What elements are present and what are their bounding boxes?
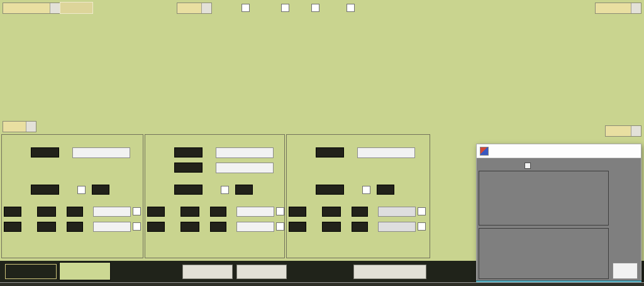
chevron-down-icon — [265, 207, 274, 216]
high-xover-freq[interactable] — [316, 147, 344, 157]
low-eq1-freq[interactable] — [4, 207, 21, 217]
minimize-button[interactable] — [592, 146, 606, 156]
low-eq2-type-select[interactable] — [93, 222, 131, 232]
transfert-to-dsp-button[interactable] — [353, 265, 426, 279]
mid-eq2-type-value — [237, 222, 265, 231]
high-eq1-freq — [289, 207, 306, 217]
mid-eq2-freq[interactable] — [147, 222, 165, 232]
mid-gain[interactable] — [174, 185, 203, 195]
phase-checkbox[interactable] — [311, 4, 319, 12]
low-eq1-q[interactable] — [37, 207, 56, 217]
mid-gain-spinner[interactable] — [203, 185, 211, 196]
mid-eq2-q[interactable] — [180, 222, 199, 232]
low-xover-freq[interactable] — [31, 147, 59, 157]
unwrap-checkbox[interactable] — [347, 4, 355, 12]
high-eq2-enable-checkbox[interactable] — [418, 222, 426, 231]
mid-eq2-enable-checkbox[interactable] — [276, 222, 284, 231]
high-xover-freq-spinner[interactable] — [344, 147, 352, 159]
mid-eq1-type-value — [237, 207, 265, 216]
chevron-down-icon[interactable] — [631, 3, 641, 13]
low-eq2-q-spinner[interactable] — [56, 222, 64, 233]
mid-eq2-boost[interactable] — [210, 222, 226, 232]
low-delay-spinner[interactable] — [109, 185, 118, 196]
low-eq2-boost[interactable] — [67, 222, 83, 232]
chevron-down-icon[interactable] — [631, 126, 641, 136]
high-gain-spinner[interactable] — [344, 185, 352, 196]
low-inv-checkbox[interactable] — [77, 186, 86, 194]
canal-r-tab[interactable] — [59, 262, 111, 280]
low-xover-type-select[interactable] — [72, 147, 130, 158]
filtres-global-checkbox[interactable] — [525, 163, 531, 169]
low-gain-spinner[interactable] — [59, 185, 67, 196]
low-eq2-boost-spinner[interactable] — [83, 222, 91, 233]
high-delay-spinner[interactable] — [394, 185, 402, 196]
low-eq1-enable-checkbox[interactable] — [133, 207, 141, 215]
low-xover-type-value — [73, 148, 121, 157]
lr-checkbox[interactable] — [242, 4, 250, 12]
low-eq1-q-spinner[interactable] — [56, 207, 64, 218]
low-eq2-q[interactable] — [37, 222, 56, 232]
copy-r-to-l-button[interactable] — [236, 265, 287, 279]
mid-eq1-enable-checkbox[interactable] — [276, 207, 284, 215]
mid-eq2-type-select[interactable] — [236, 222, 274, 232]
low-eq1-type-select[interactable] — [93, 207, 131, 217]
chevron-down-icon[interactable] — [26, 122, 36, 132]
chevron-down-icon[interactable] — [201, 3, 211, 13]
mid-xover2-type-select[interactable] — [216, 163, 274, 173]
high-delay[interactable] — [377, 185, 394, 195]
freq-max-select[interactable] — [605, 125, 641, 137]
high-eq2-type-value — [379, 222, 406, 231]
mid-delay[interactable] — [235, 185, 253, 195]
mid-delay-spinner[interactable] — [253, 185, 261, 196]
copy-l-to-r-button[interactable] — [182, 265, 233, 279]
chevron-down-icon — [264, 163, 273, 173]
window-titlebar[interactable] — [477, 144, 641, 158]
high-inv-checkbox[interactable] — [362, 186, 370, 194]
lissage-value — [177, 3, 201, 13]
chevron-down-icon — [264, 148, 273, 157]
mid-eq1-q[interactable] — [180, 207, 199, 217]
mid-eq1-boost-spinner[interactable] — [226, 207, 235, 218]
mid-eq1-q-spinner[interactable] — [199, 207, 208, 218]
mid-eq2-q-spinner[interactable] — [199, 222, 208, 233]
low-eq1-boost-spinner[interactable] — [83, 207, 91, 218]
mid-eq2-boost-spinner[interactable] — [226, 222, 235, 233]
frequency-response-chart — [0, 15, 644, 141]
mid-eq1-type-select[interactable] — [236, 207, 274, 217]
mid-xover1-type-select[interactable] — [216, 147, 274, 158]
mid-inv-checkbox[interactable] — [221, 186, 229, 194]
mid-xover2-freq-spinner[interactable] — [203, 163, 211, 174]
phase-range-select[interactable] — [595, 3, 641, 14]
high-eq1-enable-checkbox[interactable] — [418, 207, 426, 215]
spl-checkbox[interactable] — [281, 4, 289, 12]
tous-off-button[interactable] — [613, 263, 638, 279]
chevron-down-icon[interactable] — [50, 3, 60, 13]
low-panel — [1, 134, 143, 258]
low-eq1-boost[interactable] — [67, 207, 83, 217]
low-delay[interactable] — [92, 185, 109, 195]
courbes-button[interactable] — [60, 2, 93, 14]
mid-xover1-freq-spinner[interactable] — [203, 147, 211, 159]
low-eq2-freq[interactable] — [4, 222, 21, 232]
high-xover-type-select[interactable] — [357, 147, 415, 158]
lissage-select[interactable] — [177, 3, 212, 14]
freq-min-select[interactable] — [3, 121, 36, 132]
close-button[interactable] — [625, 146, 638, 156]
maximize-button[interactable] — [608, 146, 622, 156]
mid-xover2-freq[interactable] — [174, 163, 203, 173]
db-range-select[interactable] — [3, 3, 60, 14]
high-eq1-q-spinner — [341, 207, 349, 218]
high-panel — [286, 134, 430, 258]
mid-eq1-boost[interactable] — [210, 207, 226, 217]
mid-xover1-freq[interactable] — [174, 147, 203, 157]
low-eq2-enable-checkbox[interactable] — [133, 222, 141, 231]
low-eq2-freq-spinner[interactable] — [21, 222, 30, 233]
low-gain[interactable] — [31, 185, 59, 195]
low-eq1-freq-spinner[interactable] — [21, 207, 30, 218]
mid-eq1-freq[interactable] — [147, 207, 165, 217]
mid-eq2-freq-spinner[interactable] — [165, 222, 173, 233]
high-gain[interactable] — [316, 185, 344, 195]
low-xover-freq-spinner[interactable] — [59, 147, 67, 159]
mid-eq1-freq-spinner[interactable] — [165, 207, 173, 218]
canal-l-tab[interactable] — [5, 264, 57, 279]
